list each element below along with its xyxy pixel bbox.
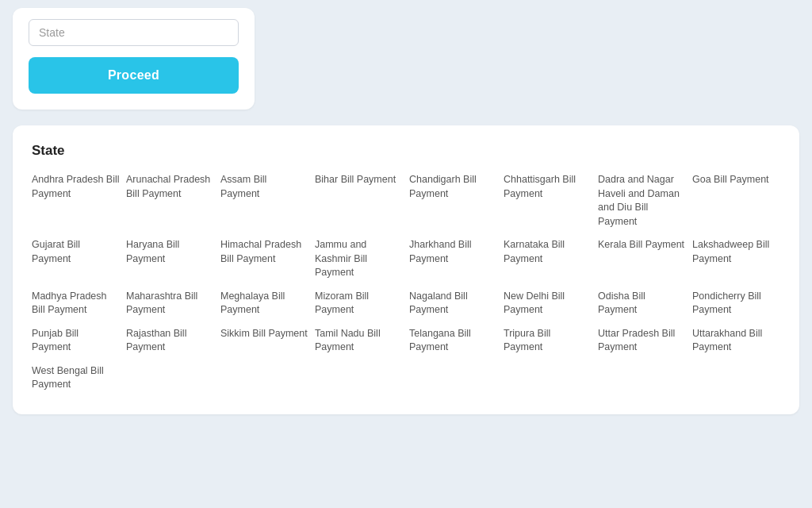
state-item[interactable]: Mizoram Bill Payment (315, 290, 403, 318)
state-item[interactable]: Andhra Pradesh Bill Payment (32, 173, 120, 229)
state-item[interactable]: Tripura Bill Payment (504, 327, 592, 355)
state-grid: Andhra Pradesh Bill PaymentArunachal Pra… (32, 173, 780, 392)
state-item[interactable]: Punjab Bill Payment (32, 327, 120, 355)
state-item[interactable]: Lakshadweep Bill Payment (692, 238, 780, 280)
state-item[interactable]: Tamil Nadu Bill Payment (315, 327, 403, 355)
state-item[interactable]: Pondicherry Bill Payment (692, 290, 780, 318)
state-item[interactable]: Uttar Pradesh Bill Payment (598, 327, 686, 355)
state-item[interactable]: West Bengal Bill Payment (32, 364, 120, 392)
state-item[interactable]: Odisha Bill Payment (598, 290, 686, 318)
state-item[interactable]: Jharkhand Bill Payment (409, 238, 497, 280)
state-item[interactable]: Meghalaya Bill Payment (220, 290, 308, 318)
state-item[interactable]: Uttarakhand Bill Payment (692, 327, 780, 355)
state-item[interactable]: Sikkim Bill Payment (220, 327, 308, 355)
state-list-card: State Andhra Pradesh Bill PaymentArunach… (13, 125, 799, 414)
state-item[interactable]: Bihar Bill Payment (315, 173, 403, 229)
state-item[interactable]: Karnataka Bill Payment (504, 238, 592, 280)
top-card: Proceed (13, 8, 255, 110)
state-item[interactable]: Telangana Bill Payment (409, 327, 497, 355)
state-list-title: State (32, 143, 780, 159)
state-input-wrapper (29, 19, 239, 46)
state-item[interactable]: Arunachal Pradesh Bill Payment (126, 173, 214, 229)
state-item[interactable]: Haryana Bill Payment (126, 238, 214, 280)
proceed-button[interactable]: Proceed (29, 57, 239, 94)
state-item[interactable]: Goa Bill Payment (692, 173, 780, 229)
state-item[interactable]: Assam Bill Payment (220, 173, 308, 229)
page-wrapper: Proceed State Andhra Pradesh Bill Paymen… (0, 0, 812, 430)
state-item[interactable]: Madhya Pradesh Bill Payment (32, 290, 120, 318)
state-item[interactable]: Gujarat Bill Payment (32, 238, 120, 280)
state-item[interactable]: Dadra and Nagar Haveli and Daman and Diu… (598, 173, 686, 229)
state-input[interactable] (29, 19, 239, 46)
state-item[interactable]: Himachal Pradesh Bill Payment (220, 238, 308, 280)
state-item[interactable]: Nagaland Bill Payment (409, 290, 497, 318)
state-item[interactable]: New Delhi Bill Payment (504, 290, 592, 318)
state-item[interactable]: Maharashtra Bill Payment (126, 290, 214, 318)
state-item[interactable]: Jammu and Kashmir Bill Payment (315, 238, 403, 280)
state-item[interactable]: Chhattisgarh Bill Payment (504, 173, 592, 229)
state-item[interactable]: Rajasthan Bill Payment (126, 327, 214, 355)
state-item[interactable]: Kerala Bill Payment (598, 238, 686, 280)
state-item[interactable]: Chandigarh Bill Payment (409, 173, 497, 229)
